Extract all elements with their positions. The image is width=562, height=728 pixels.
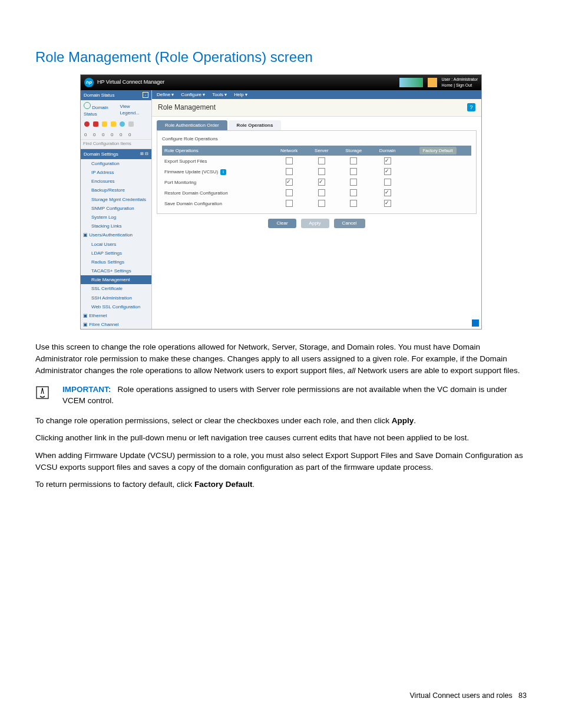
app-title: HP Virtual Connect Manager	[97, 78, 164, 86]
users-auth-header[interactable]: ▣ Users/Authentication	[81, 230, 151, 239]
domain-settings-header[interactable]: Domain Settings ⊞ ⊟	[81, 149, 151, 159]
checkbox[interactable]	[286, 157, 293, 164]
info-icon[interactable]: i	[220, 169, 226, 175]
checkbox[interactable]	[318, 200, 325, 207]
checkbox-cell	[307, 166, 337, 177]
sidebar-item[interactable]: Backup/Restore	[81, 186, 151, 195]
checkbox-cell	[336, 166, 371, 177]
col-domain: Domain	[371, 146, 404, 156]
fibre-header[interactable]: ▣ Fibre Channel	[81, 320, 151, 329]
row-label: Firmware Update (VCSU)i	[162, 166, 272, 177]
user-line: User : Administrator	[442, 77, 478, 83]
find-config-input[interactable]: Find Configuration Items	[81, 139, 151, 149]
row-label: Export Support Files	[162, 156, 272, 166]
sidebar-item[interactable]: SNMP Configuration	[81, 204, 151, 213]
checkbox[interactable]	[384, 200, 391, 207]
panel-label: Configure Role Operations	[162, 136, 471, 142]
col-role-ops: Role Operations	[162, 146, 272, 156]
sidebar-item[interactable]: Stacking Links	[81, 222, 151, 230]
main-panel: Define ▾Configure ▾Tools ▾Help ▾ Role Ma…	[152, 90, 481, 330]
checkbox[interactable]	[318, 168, 325, 175]
user-info: User : Administrator Home | Sign Out	[442, 77, 478, 88]
sidebar-item[interactable]: SSL Certificate	[81, 284, 151, 293]
checkbox[interactable]	[286, 189, 293, 196]
status-info-icon	[120, 121, 125, 127]
checkbox-cell	[307, 177, 337, 187]
help-icon[interactable]: ?	[467, 103, 475, 111]
home-signout-links[interactable]: Home | Sign Out	[442, 83, 478, 88]
corner-icon[interactable]	[472, 319, 479, 327]
checkbox[interactable]	[350, 157, 357, 164]
sidebar-item[interactable]: LDAP Settings	[81, 249, 151, 258]
checkbox[interactable]	[318, 157, 325, 164]
col-storage: Storage	[336, 146, 371, 156]
sidebar-item[interactable]: Role Management	[81, 275, 151, 284]
checkbox[interactable]	[384, 157, 391, 164]
menu-item[interactable]: Help ▾	[234, 91, 247, 98]
checkbox[interactable]	[286, 200, 293, 207]
checkbox[interactable]	[350, 168, 357, 175]
status-icon-row	[81, 119, 151, 129]
sidebar-item[interactable]: Local Users	[81, 240, 151, 249]
menu-item[interactable]: Define ▾	[157, 91, 174, 98]
sidebar-item[interactable]: System Log	[81, 213, 151, 222]
checkbox-cell	[336, 177, 371, 187]
checkbox[interactable]	[350, 189, 357, 196]
checkbox[interactable]	[384, 189, 391, 196]
checkbox[interactable]	[350, 179, 357, 186]
hp-logo-icon: hp	[84, 78, 94, 87]
cancel-button[interactable]: Cancel	[334, 219, 365, 228]
status-count-row: 000000	[81, 129, 151, 139]
checkbox[interactable]	[286, 179, 293, 186]
factory-default-button[interactable]: Factory Default	[419, 147, 457, 154]
refresh-icon	[84, 102, 91, 109]
menu-item[interactable]: Tools ▾	[212, 91, 227, 98]
checkbox[interactable]	[384, 168, 391, 175]
status-tri-icon	[111, 121, 116, 127]
checkbox[interactable]	[286, 168, 293, 175]
row-label: Port Monitoring	[162, 177, 272, 187]
collapse-icon[interactable]: -	[143, 92, 148, 98]
sidebar-item[interactable]: Configuration	[81, 159, 151, 168]
col-server: Server	[307, 146, 337, 156]
clear-button[interactable]: Clear	[268, 219, 296, 228]
sidebar: Domain Status - Domain Status View Legen…	[81, 90, 152, 330]
checkbox-cell	[272, 166, 307, 177]
important-label: IMPORTANT:	[62, 385, 111, 394]
sidebar-item[interactable]: Radius Settings	[81, 258, 151, 266]
tab-role-auth-order[interactable]: Role Authentication Order	[157, 120, 227, 130]
expand-icons[interactable]: ⊞ ⊟	[140, 151, 148, 157]
apply-button[interactable]: Apply	[301, 219, 329, 228]
checkbox-cell	[272, 177, 307, 187]
sidebar-item[interactable]: IP Address	[81, 168, 151, 177]
checkbox[interactable]	[318, 189, 325, 196]
ethernet-header[interactable]: ▣ Ethernet	[81, 311, 151, 320]
tab-role-operations[interactable]: Role Operations	[229, 120, 282, 130]
main-title: Role Management	[158, 103, 216, 113]
sidebar-item[interactable]: TACACS+ Settings	[81, 266, 151, 275]
checkbox-cell	[371, 198, 404, 209]
checkbox-cell	[336, 198, 371, 209]
checkbox[interactable]	[384, 179, 391, 186]
row-label: Save Domain Configuration	[162, 198, 272, 209]
sidebar-item[interactable]: SSH Administration	[81, 294, 151, 302]
checkbox-cell	[371, 156, 404, 166]
checkbox-cell	[336, 156, 371, 166]
domain-status-row[interactable]: Domain Status View Legend...	[81, 100, 151, 119]
view-legend-link[interactable]: View Legend...	[120, 103, 148, 116]
sidebar-item[interactable]: Enclosures	[81, 177, 151, 186]
checkbox-cell	[336, 187, 371, 198]
page-heading: Role Management (Role Operations) screen	[35, 47, 527, 67]
important-text: Role operations assigned to users with S…	[62, 385, 507, 405]
col-factory: Factory Default	[404, 146, 471, 156]
checkbox[interactable]	[318, 179, 325, 186]
checkbox[interactable]	[350, 200, 357, 207]
sidebar-item[interactable]: Storage Mgmt Credentials	[81, 195, 151, 204]
status-down-icon	[93, 121, 98, 127]
important-note: IMPORTANT: Role operations assigned to u…	[35, 384, 527, 407]
table-row: Firmware Update (VCSU)i	[162, 166, 471, 177]
sidebar-item[interactable]: Web SSL Configuration	[81, 302, 151, 311]
menu-item[interactable]: Configure ▾	[181, 91, 205, 98]
checkbox-cell	[371, 166, 404, 177]
home-icon[interactable]	[428, 78, 437, 87]
